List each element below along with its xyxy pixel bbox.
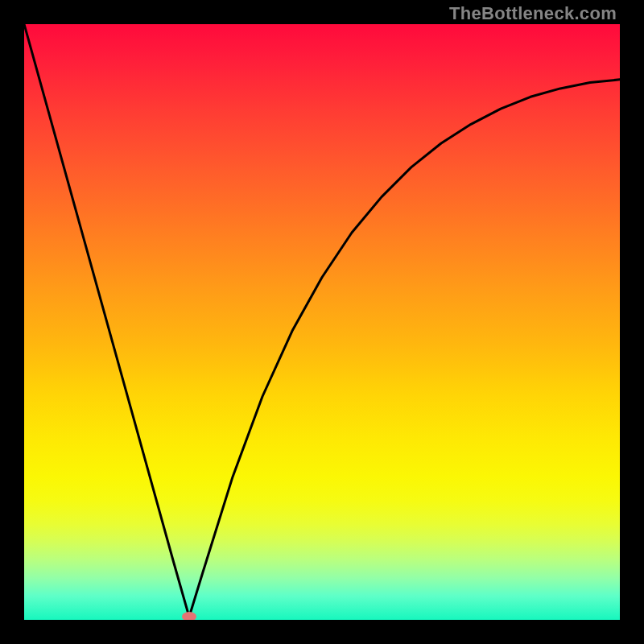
bottleneck-curve <box>24 24 620 620</box>
watermark-text: TheBottleneck.com <box>449 3 617 24</box>
optimal-marker <box>182 612 196 620</box>
curve-path <box>24 24 620 617</box>
plot-area <box>24 24 620 620</box>
chart-frame: TheBottleneck.com <box>0 0 644 644</box>
